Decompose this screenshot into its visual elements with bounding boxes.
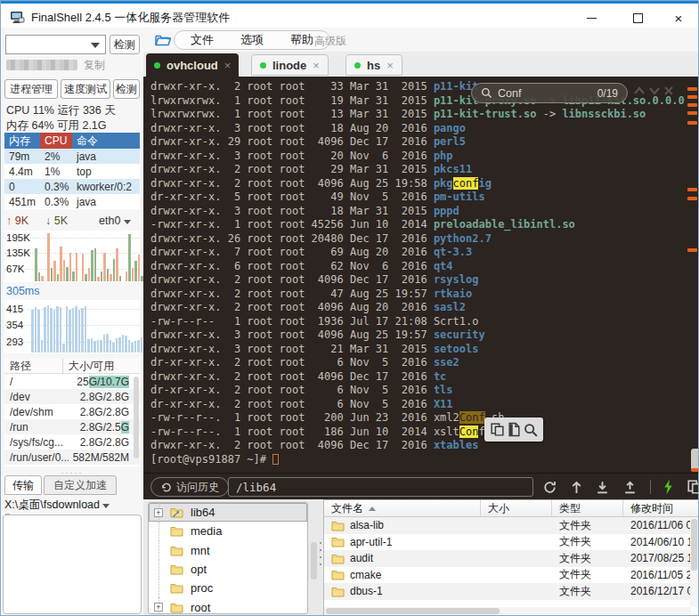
minimize-button[interactable] [571, 6, 612, 29]
file-name: apr-util-1 [350, 536, 392, 548]
file-name: alsa-lib [350, 519, 384, 531]
process-row[interactable]: 4.4m1%top [4, 164, 140, 179]
disk-row[interactable]: /dev/shm2.8G/2.8G [4, 404, 140, 419]
local-path-selector[interactable]: X:\桌面\fsdownload [4, 498, 140, 513]
file-table-header: 文件名 大小 类型 修改时间 [324, 500, 699, 517]
session-tab-hs[interactable]: hs× [345, 54, 402, 76]
chevron-down-icon [91, 43, 100, 48]
search-selection-icon[interactable] [524, 423, 538, 437]
menu-options[interactable]: 选项 [240, 32, 264, 48]
tab-custom-accel[interactable]: 自定义加速 [44, 475, 117, 495]
terminal-line: dr-xr-xr-x. 5 root root 49 Nov 5 2016 pm… [150, 190, 685, 205]
host-combobox[interactable] [5, 35, 106, 54]
upload-icon[interactable] [622, 480, 638, 495]
up-level-icon[interactable] [570, 480, 583, 495]
tree-scrollbar[interactable] [310, 502, 318, 614]
panel-splitter[interactable] [319, 542, 322, 578]
memory-stat: 内存 64% 可用 2.1G [6, 118, 107, 134]
terminal-search-box[interactable]: Conf 0/19 [471, 83, 628, 103]
open-folder-icon[interactable] [154, 32, 172, 47]
disk-row[interactable]: /run/user/0...582M/582M [4, 450, 140, 465]
history-button[interactable]: 访问历史 [150, 477, 229, 497]
refresh-icon[interactable] [542, 480, 557, 495]
expander-icon[interactable]: + [154, 508, 163, 517]
up-arrow-icon: ↑ [6, 215, 12, 227]
folder-icon [170, 602, 183, 613]
terminal-line: drwxr-xr-x. 7 root root 69 Aug 20 2016 q… [150, 246, 685, 260]
file-table-vscrollbar[interactable] [690, 518, 698, 607]
tab-transfer[interactable]: 传输 [4, 475, 42, 495]
terminal-scrollbar[interactable] [691, 449, 699, 472]
file-row-audit[interactable]: audit文件夹2017/08/25 19 [324, 550, 699, 567]
process-row[interactable]: 00.3%kworker/0:2 [4, 179, 140, 194]
process-table-header[interactable]: 内存 CPU 命令 [4, 133, 140, 149]
tree-item-label: opt [191, 563, 207, 576]
paste-icon[interactable] [508, 422, 521, 437]
close-button[interactable]: × [658, 6, 699, 29]
file-browser: +lib64mediamntoptproc+root 文件名 大小 类型 修改时… [143, 499, 699, 616]
process-table: 内存 CPU 命令 79m2%java4.4m1%top00.3%kworker… [4, 133, 140, 209]
maximize-button[interactable] [617, 6, 658, 29]
speed-test-button[interactable]: 速度测试 [61, 79, 110, 99]
tab-close-icon[interactable]: × [386, 59, 394, 72]
remote-path-input[interactable] [228, 477, 533, 497]
search-query[interactable]: Conf [498, 87, 592, 100]
col-mtime[interactable]: 修改时间 [623, 500, 699, 516]
detect-button-2[interactable]: 检测 [113, 79, 140, 99]
tree-item-mnt[interactable]: mnt [149, 541, 307, 560]
copy-icon[interactable] [687, 479, 699, 495]
tab-label: linode [272, 59, 306, 72]
terminal-line: drwxr-xr-x. 2 root root 4096 Dec 17 2016… [150, 439, 685, 453]
search-next-icon[interactable] [648, 85, 661, 96]
directory-tree[interactable]: +lib64mediamntoptproc+root [148, 502, 308, 614]
terminal-line: drwxr-xr-x. 6 root root 62 Nov 6 2016 qt… [150, 260, 685, 274]
tab-close-icon[interactable]: × [313, 59, 320, 72]
tree-item-lib64[interactable]: +lib64 [149, 503, 307, 522]
file-row-dbus-1[interactable]: dbus-1文件夹2016/12/17 00 [324, 583, 699, 600]
copy-icon[interactable] [490, 422, 505, 437]
tree-item-media[interactable]: media [149, 522, 307, 540]
terminal[interactable]: drwxr-xr-x. 2 root root 33 Mar 31 2015 p… [143, 77, 699, 473]
col-size[interactable]: 大小 [481, 500, 552, 516]
file-row-apr-util-1[interactable]: apr-util-1文件夹2014/06/10 10 [324, 534, 699, 551]
tree-item-label: lib64 [191, 506, 215, 519]
search-counter: 0/19 [597, 87, 618, 100]
process-manager-button[interactable]: 进程管理 [4, 79, 58, 99]
process-row[interactable]: 79m2%java [4, 149, 140, 164]
tree-item-root[interactable]: +root [149, 597, 307, 614]
disk-row[interactable]: /dev2.8G/2.8G [4, 389, 140, 404]
tree-item-proc[interactable]: proc [149, 579, 307, 597]
disk-scrollbar[interactable] [133, 375, 140, 466]
session-tab-ovhcloud[interactable]: ovhcloud× [146, 53, 239, 77]
ping-graph: 415 354 293 [4, 300, 140, 353]
tree-item-label: root [191, 601, 210, 614]
file-row-cmake[interactable]: cmake文件夹2016/11/05 23 [324, 567, 699, 584]
tab-close-icon[interactable]: × [224, 59, 232, 72]
file-table: 文件名 大小 类型 修改时间 alsa-lib文件夹2016/11/06 02a… [323, 499, 699, 616]
flash-sync-icon[interactable] [662, 479, 674, 495]
col-type[interactable]: 类型 [552, 500, 623, 516]
disk-row[interactable]: /sys/fs/cg...2.8G/2.8G [4, 434, 140, 450]
disk-table-header[interactable]: 路径 大小/可用 [4, 359, 140, 374]
search-close-icon[interactable] [663, 85, 674, 96]
expander-icon[interactable]: + [154, 603, 163, 612]
file-row-alsa-lib[interactable]: alsa-lib文件夹2016/11/06 02 [324, 517, 699, 534]
menu-file[interactable]: 文件 [191, 32, 214, 48]
menu-help[interactable]: 帮助 [290, 32, 313, 48]
session-tab-linode[interactable]: linode× [251, 54, 329, 76]
copy-ip-link[interactable]: 复制 [84, 58, 105, 73]
file-table-hscrollbar[interactable] [324, 607, 691, 615]
download-icon[interactable] [595, 480, 610, 495]
app-icon [10, 11, 25, 24]
search-prev-icon[interactable] [633, 85, 646, 96]
process-row[interactable]: 451m0.3%java [4, 194, 140, 209]
detect-button[interactable]: 检测 [110, 35, 140, 54]
transfer-list-panel [3, 515, 142, 614]
connected-dot-icon [354, 62, 361, 69]
toolbar-separator [650, 480, 651, 494]
interface-select[interactable]: eth0 [99, 215, 131, 227]
disk-row[interactable]: /run2.8G/2.5G [4, 419, 140, 434]
col-filename[interactable]: 文件名 [324, 500, 481, 516]
disk-row[interactable]: /25G/10.7G [4, 374, 140, 389]
tree-item-opt[interactable]: opt [149, 560, 307, 579]
